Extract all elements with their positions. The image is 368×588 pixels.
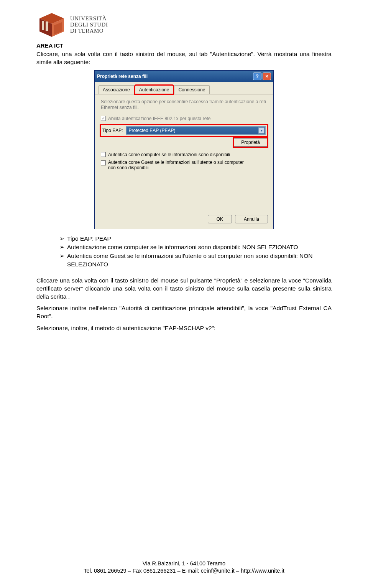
dialog-title: Proprietà rete senza fili (97, 74, 148, 79)
dialog-screenshot: Proprietà rete senza fili ? × Associazio… (94, 70, 274, 229)
cancel-button[interactable]: Annulla (235, 215, 268, 223)
eap-type-row: Tipo EAP: Protected EAP (PEAP) ▾ (101, 125, 267, 136)
bullet-3: Autentica come Guest se le informazioni … (59, 252, 332, 269)
page-footer: Via R.Balzarini, 1 - 64100 Teramo Tel. 0… (0, 560, 368, 575)
checkbox-icon: ✓ (101, 116, 106, 121)
svg-rect-3 (42, 21, 44, 30)
paragraph-2: Cliccare una sola volta con il tasto sin… (36, 277, 332, 301)
eap-type-label: Tipo EAP: (102, 128, 123, 133)
checkbox-icon (101, 160, 106, 165)
checkbox-guest-label: Autentica come Guest se le informazioni … (108, 160, 246, 170)
tab-autenticazione[interactable]: Autenticazione (135, 85, 174, 94)
checkbox-comp-label: Autentica come computer se le informazio… (108, 152, 230, 157)
checkbox-auth-guest[interactable]: Autentica come Guest se le informazioni … (101, 160, 267, 170)
dialog-titlebar: Proprietà rete senza fili ? × (95, 71, 273, 82)
dialog-description: Selezionare questa opzione per consentir… (101, 99, 267, 111)
paragraph-4: Selezionare, inoltre, il metodo di auten… (36, 324, 332, 332)
bullet-1: Tipo EAP: PEAP (59, 235, 332, 243)
checkbox-auth-computer[interactable]: Autentica come computer se le informazio… (101, 152, 267, 157)
svg-rect-4 (46, 21, 48, 31)
checkbox-enable-8021x[interactable]: ✓ Abilita autenticazione IEEE 802.1x per… (101, 116, 267, 121)
paragraph-1: Cliccare, una sola volta con il tasto si… (36, 50, 332, 66)
help-icon[interactable]: ? (253, 73, 261, 80)
page-header: UNIVERSITÀ DEGLI STUDI DI TERAMO (36, 12, 332, 38)
eap-type-value: Protected EAP (PEAP) (129, 128, 176, 133)
ok-button[interactable]: OK (208, 215, 232, 223)
footer-line2: Tel. 0861.266529 – Fax 0861.266231 – E-m… (0, 567, 368, 575)
tabs-row: Associazione Autenticazione Connessione (95, 82, 273, 94)
footer-line1: Via R.Balzarini, 1 - 64100 Teramo (0, 560, 368, 568)
paragraph-3: Selezionare inoltre nell'elenco "Autorit… (36, 304, 332, 320)
close-icon[interactable]: × (263, 73, 271, 80)
uni-line1: UNIVERSITÀ (70, 16, 108, 22)
checkbox-icon (101, 152, 106, 157)
uni-line3: DI TERAMO (70, 28, 108, 34)
university-name: UNIVERSITÀ DEGLI STUDI DI TERAMO (70, 16, 108, 34)
bullet-list: Tipo EAP: PEAP Autenticazione come compu… (59, 235, 332, 269)
university-logo (36, 12, 67, 38)
chevron-down-icon: ▾ (258, 127, 264, 134)
eap-type-select[interactable]: Protected EAP (PEAP) ▾ (126, 126, 266, 135)
area-heading: AREA ICT (36, 42, 332, 49)
bullet-2: Autenticazione come computer se le infor… (59, 243, 332, 251)
uni-line2: DEGLI STUDI (70, 22, 108, 28)
properties-button[interactable]: Proprietà (234, 138, 267, 147)
checkbox-enable-label: Abilita autenticazione IEEE 802.1x per q… (108, 116, 211, 121)
tab-associazione[interactable]: Associazione (99, 85, 134, 94)
tab-connessione[interactable]: Connessione (174, 85, 209, 94)
